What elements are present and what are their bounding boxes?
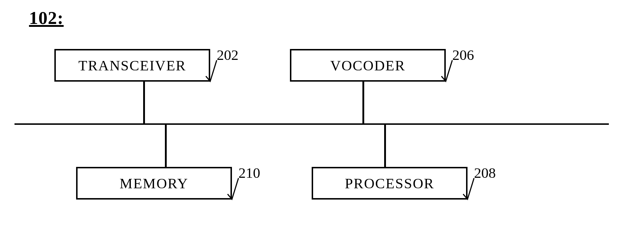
connector-vocoder (362, 82, 364, 124)
bus-line (14, 123, 609, 125)
block-vocoder-label: VOCODER (330, 57, 405, 74)
block-processor-label: PROCESSOR (345, 175, 435, 192)
block-transceiver: TRANSCEIVER (54, 49, 210, 82)
connector-processor (384, 124, 386, 168)
block-transceiver-label: TRANSCEIVER (78, 57, 186, 74)
tick-memory (228, 178, 242, 200)
connector-memory (165, 124, 167, 168)
block-diagram: 102: TRANSCEIVER 202 VOCODER 206 MEMORY … (0, 0, 644, 238)
tick-processor (463, 178, 478, 200)
tick-vocoder (441, 60, 456, 82)
block-vocoder: VOCODER (290, 49, 446, 82)
block-memory-label: MEMORY (120, 175, 188, 192)
block-memory: MEMORY (76, 167, 232, 200)
connector-transceiver (143, 82, 145, 124)
tick-transceiver (206, 60, 220, 82)
diagram-title: 102: (29, 7, 64, 28)
block-processor: PROCESSOR (312, 167, 468, 200)
